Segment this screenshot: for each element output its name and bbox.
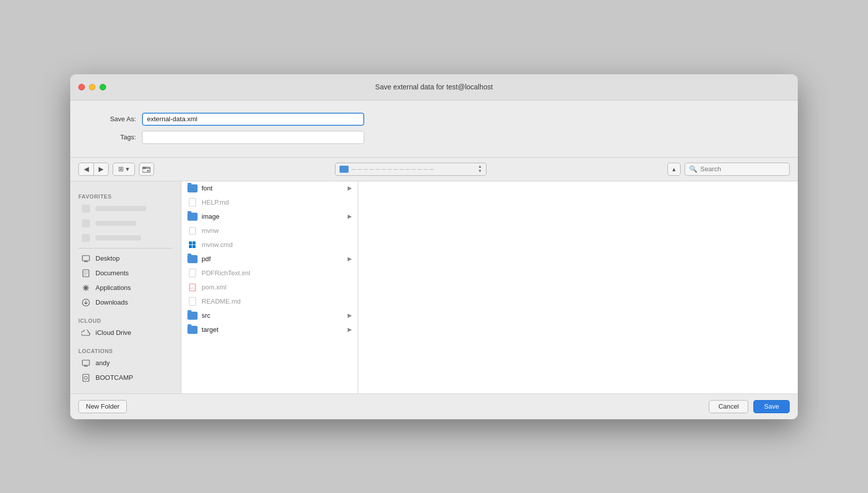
- folder-icon: [340, 166, 349, 173]
- sidebar-item-blurred2[interactable]: [73, 216, 178, 230]
- toolbar: ◀ ▶ ⊞ ▾ ─ ─ ─ ─ ─ ─ ─ ─ ─ ─ ─ ─ ─ ─ ▲ ▼: [70, 158, 798, 181]
- action-buttons: Cancel Save: [709, 400, 790, 413]
- nav-group: ◀ ▶: [78, 163, 109, 176]
- folder-icon: [187, 312, 198, 320]
- blurred1-icon: [81, 204, 90, 213]
- form-area: Save As: Tags:: [70, 101, 798, 158]
- location-stepper[interactable]: ▲ ▼: [478, 165, 482, 173]
- icloud-drive-icon: [81, 328, 90, 337]
- window-title: Save external data for test@localhost: [375, 83, 493, 91]
- file-pane: font ▶ HELP.md image ▶: [181, 181, 358, 393]
- svg-rect-4: [82, 256, 89, 261]
- file-name: mvnw.cmd: [202, 241, 232, 249]
- search-input[interactable]: [700, 165, 785, 173]
- file-generic-icon: [187, 227, 198, 235]
- file-name: HELP.md: [202, 199, 229, 206]
- location-controls: ─ ─ ─ ─ ─ ─ ─ ─ ─ ─ ─ ─ ─ ─ ▲ ▼: [158, 163, 663, 176]
- save-as-input[interactable]: [142, 113, 364, 126]
- desktop-icon: [81, 254, 90, 263]
- sidebar-item-blurred3[interactable]: [73, 231, 178, 245]
- file-win-icon: [187, 241, 198, 249]
- sidebar: Favorites: [70, 181, 181, 393]
- applications-label: Applications: [95, 284, 131, 291]
- sidebar-item-icloud-drive[interactable]: iCloud Drive: [73, 326, 178, 340]
- svg-rect-20: [83, 374, 89, 381]
- sidebar-item-applications[interactable]: Applications: [73, 281, 178, 295]
- sidebar-item-blurred1[interactable]: [73, 202, 178, 216]
- svg-rect-24: [192, 245, 196, 248]
- traffic-lights: [78, 84, 106, 90]
- save-button[interactable]: Save: [753, 400, 790, 413]
- chevron-right-icon: ▶: [348, 256, 352, 262]
- file-doc-icon: [187, 298, 198, 306]
- bootcamp-icon: [81, 373, 90, 382]
- list-item[interactable]: </> pom.xml: [181, 280, 358, 294]
- new-folder-icon: [142, 166, 151, 173]
- blurred2-text: [95, 221, 136, 226]
- andy-icon: [81, 359, 90, 368]
- back-button[interactable]: ◀: [78, 163, 93, 176]
- svg-point-21: [84, 376, 87, 379]
- tags-label: Tags:: [90, 133, 136, 141]
- icloud-drive-label: iCloud Drive: [95, 329, 131, 336]
- list-item[interactable]: PDFRichText.iml: [181, 266, 358, 280]
- tags-row: Tags:: [90, 131, 778, 144]
- forward-button[interactable]: ▶: [93, 163, 109, 176]
- svg-rect-23: [189, 245, 192, 248]
- list-item[interactable]: target ▶: [181, 323, 358, 337]
- svg-text:</>: </>: [190, 286, 195, 289]
- search-icon: 🔍: [689, 165, 697, 173]
- file-browser: font ▶ HELP.md image ▶: [181, 181, 798, 393]
- sidebar-item-bootcamp[interactable]: BOOTCAMP: [73, 371, 178, 385]
- content-area: Favorites: [70, 181, 798, 393]
- favorites-section-label: Favorites: [70, 193, 181, 200]
- chevron-right-icon: ▶: [348, 213, 352, 220]
- chevron-right-icon: ▶: [348, 326, 352, 333]
- blurred3-text: [95, 235, 141, 240]
- list-item[interactable]: src ▶: [181, 309, 358, 323]
- sidebar-item-andy[interactable]: andy: [73, 356, 178, 370]
- list-item[interactable]: README.md: [181, 294, 358, 309]
- file-detail-pane: [358, 181, 798, 393]
- file-doc-icon: [187, 269, 198, 277]
- sidebar-item-desktop[interactable]: Desktop: [73, 252, 178, 266]
- save-dialog: Save external data for test@localhost Sa…: [70, 74, 798, 419]
- documents-label: Documents: [95, 269, 129, 277]
- documents-icon: [81, 269, 90, 278]
- list-item[interactable]: mvnw: [181, 224, 358, 238]
- sidebar-item-downloads[interactable]: Downloads: [73, 295, 178, 310]
- folder-icon: [187, 213, 198, 221]
- list-item[interactable]: font ▶: [181, 181, 358, 195]
- cancel-button[interactable]: Cancel: [709, 400, 748, 413]
- file-name: mvnw: [202, 227, 219, 234]
- file-name: src: [202, 312, 210, 319]
- list-item[interactable]: pdf ▶: [181, 252, 358, 266]
- locations-section-label: Locations: [70, 348, 181, 354]
- chevron-right-icon: ▶: [348, 185, 352, 191]
- downloads-label: Downloads: [95, 299, 128, 306]
- downloads-icon: [81, 298, 90, 307]
- file-name: font: [202, 184, 213, 192]
- blurred3-icon: [81, 233, 90, 242]
- svg-rect-26: [192, 241, 196, 244]
- svg-rect-22: [189, 227, 196, 234]
- collapse-button[interactable]: ▲: [667, 163, 681, 176]
- sidebar-item-documents[interactable]: Documents: [73, 266, 178, 280]
- file-xml-icon: </>: [187, 283, 198, 291]
- location-dropdown[interactable]: ─ ─ ─ ─ ─ ─ ─ ─ ─ ─ ─ ─ ─ ─ ▲ ▼: [335, 163, 487, 176]
- list-item[interactable]: mvnw.cmd: [181, 238, 358, 252]
- bottom-bar: New Folder Cancel Save: [70, 393, 798, 419]
- new-folder-button[interactable]: New Folder: [78, 400, 127, 413]
- minimize-button[interactable]: [89, 84, 95, 90]
- file-name: target: [202, 326, 218, 333]
- list-item[interactable]: image ▶: [181, 210, 358, 224]
- maximize-button[interactable]: [100, 84, 106, 90]
- new-folder-toolbar-button[interactable]: [139, 163, 154, 176]
- list-item[interactable]: HELP.md: [181, 195, 358, 210]
- view-button[interactable]: ⊞ ▾: [113, 163, 135, 176]
- file-doc-icon: [187, 199, 198, 207]
- close-button[interactable]: [78, 84, 85, 90]
- desktop-label: Desktop: [95, 255, 120, 262]
- file-name: pdf: [202, 255, 211, 263]
- tags-input[interactable]: [142, 131, 364, 144]
